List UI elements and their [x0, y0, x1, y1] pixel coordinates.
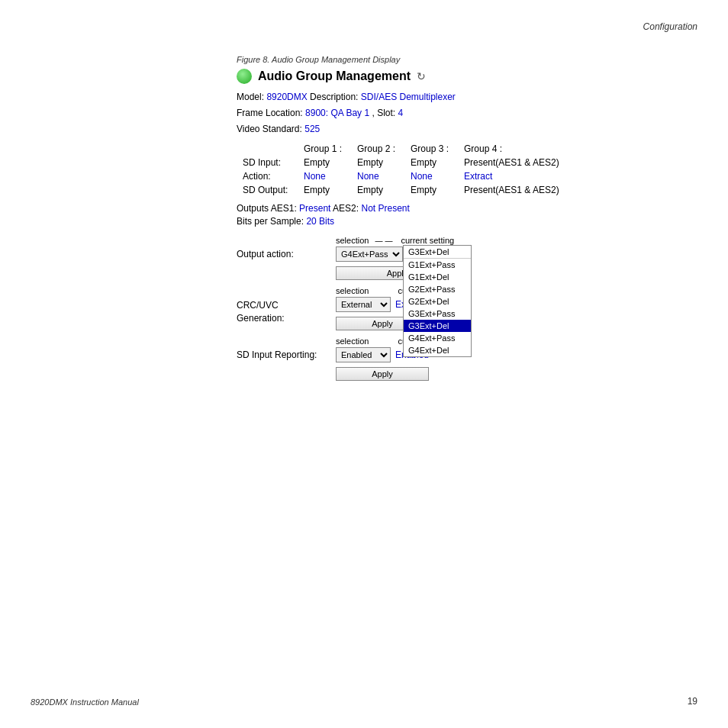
- dropdown-item-g2extpass[interactable]: G2Ext+Pass: [404, 283, 471, 295]
- sd-output-g1: Empty: [298, 183, 351, 197]
- sd-output-g3: Empty: [404, 183, 458, 197]
- dropdown-item-g1extdel[interactable]: G1Ext+Del: [404, 271, 471, 283]
- model-value[interactable]: 8920DMX: [266, 92, 307, 102]
- dropdown-item-g1extpass[interactable]: G1Ext+Pass: [404, 259, 471, 271]
- video-standard-value: 525: [304, 124, 320, 134]
- figure-caption: Figure 8. Audio Group Management Display: [237, 55, 400, 64]
- status-indicator-icon: [237, 69, 252, 84]
- sd-input-reporting-select[interactable]: Enabled Disabled: [336, 347, 391, 362]
- action-g2: None: [351, 169, 404, 183]
- output-action-control: Output action: G4Ext+Pass G1Ext+Pass G1E…: [237, 246, 679, 280]
- output-action-select[interactable]: G4Ext+Pass G1Ext+Pass G1Ext+Del G2Ext+Pa…: [336, 246, 403, 262]
- controls-section: selection —— current setting Output acti…: [237, 236, 679, 381]
- selection-header-output: selection —— current setting: [336, 236, 679, 245]
- output-action-label: Output action:: [237, 246, 336, 259]
- dropdown-item-g3extdel-header[interactable]: G3Ext+Del: [404, 246, 471, 258]
- dropdown-item-g3extdel-selected[interactable]: G3Ext+Del: [404, 320, 471, 332]
- selection-header-sd-input: selection current setting: [336, 337, 679, 346]
- refresh-icon[interactable]: ↻: [417, 70, 426, 82]
- sd-input-g4: Present(AES1 & AES2): [458, 156, 565, 169]
- description-value: SDI/AES Demultiplexer: [361, 92, 456, 102]
- outputs-aes-row: Outputs AES1: Present AES2: Not Present: [237, 203, 679, 214]
- sd-input-g3: Empty: [404, 156, 458, 169]
- main-content: Audio Group Management ↻ Model: 8920DMX …: [237, 69, 679, 387]
- group-headers-row: Group 1 : Group 2 : Group 3 : Group 4 :: [237, 142, 565, 156]
- sd-input-g1: Empty: [298, 156, 351, 169]
- dropdown-item-g4extdel[interactable]: G4Ext+Del: [404, 344, 471, 356]
- title-row: Audio Group Management ↻: [237, 69, 679, 84]
- frame-location-value[interactable]: 8900: QA Bay 1: [305, 108, 369, 118]
- sd-output-g2: Empty: [351, 183, 404, 197]
- aes2-value: Not Present: [361, 203, 409, 214]
- sd-input-reporting-label: SD Input Reporting:: [237, 347, 336, 360]
- dropdown-item-g2extdel[interactable]: G2Ext+Del: [404, 295, 471, 308]
- sd-input-g2: Empty: [351, 156, 404, 169]
- dropdown-item-g3extpass[interactable]: G3Ext+Pass: [404, 308, 471, 320]
- sd-output-g4: Present(AES1 & AES2): [458, 183, 565, 197]
- footer-left: 8920DMX Instruction Manual: [31, 697, 139, 707]
- groups-table: Group 1 : Group 2 : Group 3 : Group 4 : …: [237, 142, 679, 197]
- sd-output-row: SD Output: Empty Empty Empty Present(AES…: [237, 183, 565, 197]
- crc-uvc-label: CRC/UVCGeneration:: [237, 297, 336, 325]
- action-g4: Extract: [458, 169, 565, 183]
- bits-per-sample-value: 20 Bits: [306, 216, 334, 227]
- crc-uvc-select[interactable]: External Internal: [336, 297, 391, 312]
- bits-per-sample-row: Bits per Sample: 20 Bits: [237, 216, 679, 227]
- video-standard-row: Video Standard: 525: [237, 122, 679, 136]
- action-row: Action: None None None Extract: [237, 169, 565, 183]
- action-g1: None: [298, 169, 351, 183]
- sd-input-row: SD Input: Empty Empty Empty Present(AES1…: [237, 156, 565, 169]
- dropdown-item-g4extpass[interactable]: G4Ext+Pass: [404, 332, 471, 344]
- footer-right: 19: [688, 696, 697, 707]
- page-header: Configuration: [643, 21, 697, 32]
- model-row: Model: 8920DMX Description: SDI/AES Demu…: [237, 90, 679, 104]
- sd-input-reporting-apply-button[interactable]: Apply: [336, 367, 429, 381]
- slot-value: 4: [398, 108, 404, 118]
- aes1-value: Present: [299, 203, 330, 214]
- output-action-dropdown-popup[interactable]: G3Ext+Del G1Ext+Pass G1Ext+Del G2Ext+Pas…: [403, 245, 472, 357]
- frame-location-row: Frame Location: 8900: QA Bay 1 , Slot: 4: [237, 106, 679, 120]
- selection-header-crc: selection current setting: [336, 286, 679, 295]
- action-g3: None: [404, 169, 458, 183]
- page-title: Audio Group Management: [258, 69, 411, 83]
